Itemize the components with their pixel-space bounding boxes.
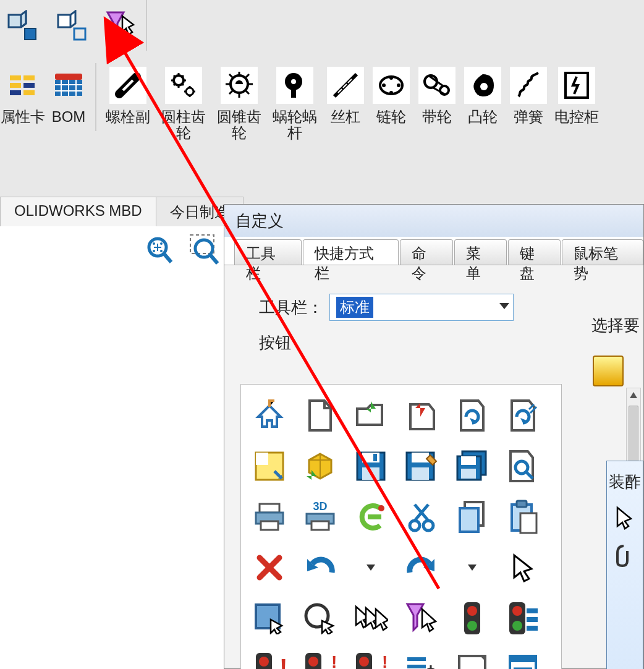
svg-point-63: [467, 606, 477, 616]
buttons-grid: 3D ! !: [241, 385, 561, 669]
open-folder-icon[interactable]: [346, 391, 396, 440]
save-all-icon[interactable]: [447, 441, 497, 491]
preview-panel-label: 装酢: [609, 471, 641, 493]
ribbon-label: 弹簧: [506, 109, 551, 125]
svg-rect-88: [510, 656, 536, 662]
ribbon-item-worm[interactable]: 蜗轮蜗 杆: [267, 57, 323, 150]
svg-rect-46: [260, 504, 279, 513]
undo-icon[interactable]: [295, 543, 345, 592]
dialog-tab-commands[interactable]: 命令: [400, 239, 452, 265]
redo-dropdown-icon[interactable]: [447, 543, 497, 592]
cursor-icon: [614, 505, 636, 530]
select-multiple-icon[interactable]: [346, 594, 396, 643]
dialog-tab-keyboard[interactable]: 键盘: [508, 239, 561, 265]
traffic-blue-warn-icon[interactable]: !: [295, 644, 345, 669]
scrollbar-up-icon[interactable]: [627, 388, 640, 402]
traffic-warn-icon[interactable]: !: [245, 644, 294, 669]
svg-point-17: [382, 83, 386, 87]
ribbon-item-bom[interactable]: BOM: [46, 57, 91, 150]
ribbon-item-cam[interactable]: 凸轮: [460, 57, 506, 150]
svg-point-67: [512, 621, 522, 631]
clip-icon: [614, 542, 636, 567]
svg-point-66: [512, 606, 522, 616]
customize-dialog: 自定义 工具栏 快捷方式栏 命令 菜单 键盘 鼠标笔势 工具栏： 标准 按钮: [224, 204, 644, 669]
svg-rect-1: [74, 28, 85, 40]
traffic-gold-warn-icon[interactable]: !: [346, 644, 396, 669]
cut-icon[interactable]: [397, 492, 446, 542]
dialog-tab-mouse[interactable]: 鼠标笔势: [562, 239, 643, 265]
svg-rect-43: [461, 456, 476, 465]
save-icon[interactable]: [346, 441, 396, 491]
dialog-title: 自定义: [224, 205, 643, 237]
reload-icon[interactable]: [447, 391, 497, 440]
selection-filter-button[interactable]: [103, 7, 140, 45]
viewport-tools: [143, 234, 222, 268]
ribbon-item-sprocket[interactable]: 链轮: [368, 57, 414, 150]
svg-rect-58: [517, 501, 527, 507]
traffic-light-config-icon[interactable]: [498, 594, 548, 643]
copy-icon[interactable]: [447, 492, 497, 542]
make-assembly-icon[interactable]: [295, 441, 345, 491]
svg-rect-51: [311, 521, 329, 530]
dialog-tab-menu[interactable]: 菜单: [454, 239, 507, 265]
ribbon-label: BOM: [46, 109, 91, 125]
quickbar-separator: [146, 0, 147, 51]
svg-point-11: [186, 88, 193, 95]
side-select-label: 选择要: [591, 315, 640, 336]
quick-access-bar: [0, 0, 147, 52]
dialog-tab-toolbar[interactable]: 工具栏: [234, 239, 302, 265]
edrawings-icon[interactable]: [346, 492, 396, 542]
svg-point-52: [378, 505, 384, 511]
select-cursor-icon[interactable]: [498, 543, 548, 592]
svg-point-53: [410, 521, 420, 531]
recent-document-icon[interactable]: [397, 391, 446, 440]
ribbon-item-spring[interactable]: 弹簧: [506, 57, 551, 150]
ribbon-item-lead-screw[interactable]: 丝杠: [323, 57, 368, 150]
selection-free-icon[interactable]: [295, 594, 345, 643]
ribbon-label: 蜗轮蜗 杆: [267, 109, 323, 141]
ribbon-item-bolt[interactable]: 螺栓副: [100, 57, 156, 150]
ribbon-item-pulley[interactable]: 带轮: [414, 57, 460, 150]
svg-rect-48: [261, 521, 278, 530]
buttons-header: 按钮: [259, 332, 633, 354]
svg-rect-36: [362, 467, 379, 480]
ribbon-label: 属性卡: [0, 109, 46, 125]
svg-point-14: [291, 79, 296, 84]
window-icon[interactable]: [447, 644, 497, 669]
document-tabs: OLIDWORKS MBD 今日制造: [0, 197, 244, 228]
ribbon-item-spur-gear[interactable]: 圆柱齿 轮: [156, 57, 211, 150]
undo-dropdown-icon[interactable]: [346, 543, 396, 592]
dialog-tab-shortcuts[interactable]: 快捷方式栏: [303, 239, 399, 265]
graphics-viewport[interactable]: [0, 226, 229, 669]
paste-icon[interactable]: [498, 492, 548, 542]
ribbon-item-prop-card[interactable]: 属性卡: [0, 57, 46, 150]
selection-filter-icon[interactable]: [397, 594, 446, 643]
new-document-icon[interactable]: [295, 391, 345, 440]
toolbar-dropdown[interactable]: 标准: [329, 294, 514, 321]
zoom-fit-icon[interactable]: [143, 234, 177, 268]
redo-icon[interactable]: [397, 543, 446, 592]
home-icon[interactable]: [245, 391, 294, 440]
delete-icon[interactable]: [245, 543, 294, 592]
find-icon[interactable]: [498, 441, 548, 491]
svg-rect-33: [256, 453, 268, 465]
print3d-icon[interactable]: 3D: [295, 492, 345, 542]
panel-list-icon[interactable]: [498, 644, 548, 669]
part-icon[interactable]: [593, 356, 624, 386]
svg-point-18: [397, 83, 400, 87]
ribbon-item-bevel-gear[interactable]: 圆锥齿 轮: [211, 57, 267, 150]
tab-solidworks-mbd[interactable]: OLIDWORKS MBD: [0, 197, 156, 228]
toggle-display-panel-button[interactable]: [53, 7, 90, 45]
print-icon[interactable]: [245, 492, 294, 542]
reload-fast-icon[interactable]: [498, 391, 548, 440]
dialog-tabs: 工具栏 快捷方式栏 命令 菜单 键盘 鼠标笔势: [224, 237, 643, 265]
traffic-light-icon[interactable]: [447, 594, 497, 643]
toggle-display-pane-button[interactable]: [4, 7, 41, 45]
save-as-icon[interactable]: [397, 441, 446, 491]
ribbon-item-electric-cabinet[interactable]: 电控柜: [551, 57, 602, 150]
zoom-area-icon[interactable]: [188, 234, 222, 268]
list-settings-icon[interactable]: [397, 644, 446, 669]
selection-rect-icon[interactable]: [245, 594, 294, 643]
welcome-icon[interactable]: [245, 441, 294, 491]
svg-rect-86: [459, 656, 485, 669]
